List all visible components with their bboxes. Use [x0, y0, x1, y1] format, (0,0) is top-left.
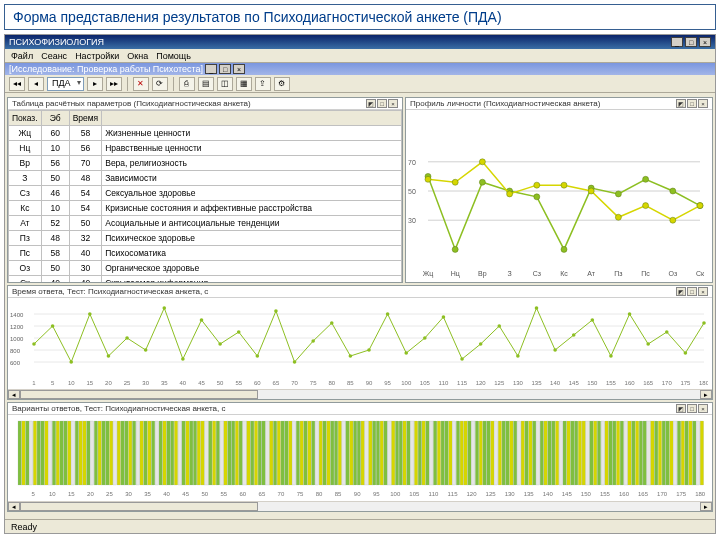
menu-file[interactable]: Файл: [11, 51, 33, 61]
col-eb[interactable]: Эб: [41, 111, 69, 126]
svg-point-82: [646, 342, 650, 346]
scroll-right-icon[interactable]: ▸: [700, 390, 712, 399]
method-select[interactable]: ПДА: [47, 77, 84, 91]
svg-rect-218: [380, 421, 383, 485]
svg-point-62: [274, 309, 278, 313]
timing-scroll[interactable]: ◂ ▸: [8, 389, 712, 399]
svg-rect-219: [384, 421, 387, 485]
svg-text:1200: 1200: [10, 324, 24, 330]
child-minimize-button[interactable]: _: [205, 64, 217, 74]
table-row[interactable]: Оз5030Органическое здоровье: [9, 261, 402, 276]
panel-config-icon[interactable]: ◩: [676, 287, 686, 296]
cell: 50: [41, 171, 69, 186]
svg-rect-160: [159, 421, 162, 485]
table-row[interactable]: Жц6058Жизненные ценности: [9, 126, 402, 141]
delete-button[interactable]: ✕: [133, 77, 149, 91]
col-code[interactable]: Показ.: [9, 111, 42, 126]
svg-rect-136: [68, 421, 71, 485]
svg-text:70: 70: [408, 159, 416, 166]
svg-text:85: 85: [335, 491, 342, 497]
cell: Оз: [9, 261, 42, 276]
first-button[interactable]: ◂◂: [9, 77, 25, 91]
scroll-right-icon[interactable]: ▸: [700, 502, 712, 511]
table-row[interactable]: Кс1054Кризисные состояния и аффективные …: [9, 201, 402, 216]
col-desc[interactable]: [102, 111, 402, 126]
panel-close-icon[interactable]: ×: [698, 99, 708, 108]
minimize-button[interactable]: _: [671, 37, 683, 47]
table-row[interactable]: З5048Зависимости: [9, 171, 402, 186]
menubar: Файл Сеанс Настройки Окна Помощь: [5, 49, 715, 63]
app-window: ПСИХОФИЗИОЛОГИЯ _ □ × Файл Сеанс Настрой…: [4, 34, 716, 534]
prev-button[interactable]: ◂: [28, 77, 44, 91]
svg-rect-151: [125, 421, 128, 485]
print-button[interactable]: ⎙: [179, 77, 195, 91]
svg-rect-194: [289, 421, 292, 485]
svg-text:5: 5: [32, 491, 36, 497]
chart3-button[interactable]: ▦: [236, 77, 252, 91]
col-time[interactable]: Время: [69, 111, 102, 126]
panel-max-icon[interactable]: □: [687, 287, 697, 296]
scroll-left-icon[interactable]: ◂: [8, 390, 20, 399]
maximize-button[interactable]: □: [685, 37, 697, 47]
svg-rect-159: [155, 421, 158, 485]
settings-button[interactable]: ⚙: [274, 77, 290, 91]
table-row[interactable]: Сз4654Сексуальное здоровье: [9, 186, 402, 201]
svg-text:Сз: Сз: [533, 270, 541, 277]
chart2-button[interactable]: ◫: [217, 77, 233, 91]
menu-session[interactable]: Сеанс: [41, 51, 67, 61]
menu-windows[interactable]: Окна: [127, 51, 148, 61]
svg-text:135: 135: [531, 380, 542, 386]
chart1-button[interactable]: ▤: [198, 77, 214, 91]
svg-rect-206: [334, 421, 337, 485]
scroll-left-icon[interactable]: ◂: [8, 502, 20, 511]
svg-rect-149: [117, 421, 120, 485]
panel-config-icon[interactable]: ◩: [676, 99, 686, 108]
table-row[interactable]: Нц1056Нравственные ценности: [9, 141, 402, 156]
svg-rect-158: [151, 421, 154, 485]
close-button[interactable]: ×: [699, 37, 711, 47]
svg-rect-298: [685, 421, 688, 485]
svg-text:Нц: Нц: [451, 270, 460, 278]
svg-rect-260: [540, 421, 543, 485]
svg-point-24: [615, 214, 621, 220]
svg-text:100: 100: [401, 380, 412, 386]
panel-config-icon[interactable]: ◩: [366, 99, 376, 108]
svg-rect-196: [296, 421, 299, 485]
svg-text:160: 160: [619, 491, 630, 497]
svg-text:15: 15: [68, 491, 75, 497]
responses-scroll[interactable]: ◂ ▸: [8, 501, 712, 511]
panel-max-icon[interactable]: □: [377, 99, 387, 108]
svg-rect-296: [677, 421, 680, 485]
menu-help[interactable]: Помощь: [156, 51, 191, 61]
table-row[interactable]: Пз4832Психическое здоровье: [9, 231, 402, 246]
panel-max-icon[interactable]: □: [687, 99, 697, 108]
svg-text:115: 115: [447, 491, 458, 497]
svg-point-81: [628, 312, 632, 316]
panel-config-icon[interactable]: ◩: [676, 404, 686, 413]
child-close-button[interactable]: ×: [233, 64, 245, 74]
svg-point-17: [425, 176, 431, 182]
next-button[interactable]: ▸: [87, 77, 103, 91]
mdi-child-title: [Исследование: Проверка работы Психотест…: [9, 64, 203, 74]
panel-close-icon[interactable]: ×: [698, 404, 708, 413]
svg-rect-215: [369, 421, 372, 485]
svg-rect-188: [266, 421, 269, 485]
table-row[interactable]: Ск4040Скрываемая информация: [9, 276, 402, 283]
svg-point-83: [665, 330, 669, 334]
table-row[interactable]: Пс5840Психосоматика: [9, 246, 402, 261]
svg-rect-248: [494, 421, 497, 485]
svg-text:90: 90: [354, 491, 361, 497]
last-button[interactable]: ▸▸: [106, 77, 122, 91]
svg-point-55: [144, 348, 148, 352]
panel-max-icon[interactable]: □: [687, 404, 697, 413]
export-button[interactable]: ⇪: [255, 77, 271, 91]
panel-close-icon[interactable]: ×: [388, 99, 398, 108]
table-row[interactable]: Ат5250Асоциальные и антисоциальные тенде…: [9, 216, 402, 231]
menu-settings[interactable]: Настройки: [75, 51, 119, 61]
panel-close-icon[interactable]: ×: [698, 287, 708, 296]
table-row[interactable]: Вр5670Вера, религиозность: [9, 156, 402, 171]
child-maximize-button[interactable]: □: [219, 64, 231, 74]
svg-rect-249: [498, 421, 501, 485]
svg-text:Оз: Оз: [668, 270, 677, 277]
refresh-button[interactable]: ⟳: [152, 77, 168, 91]
